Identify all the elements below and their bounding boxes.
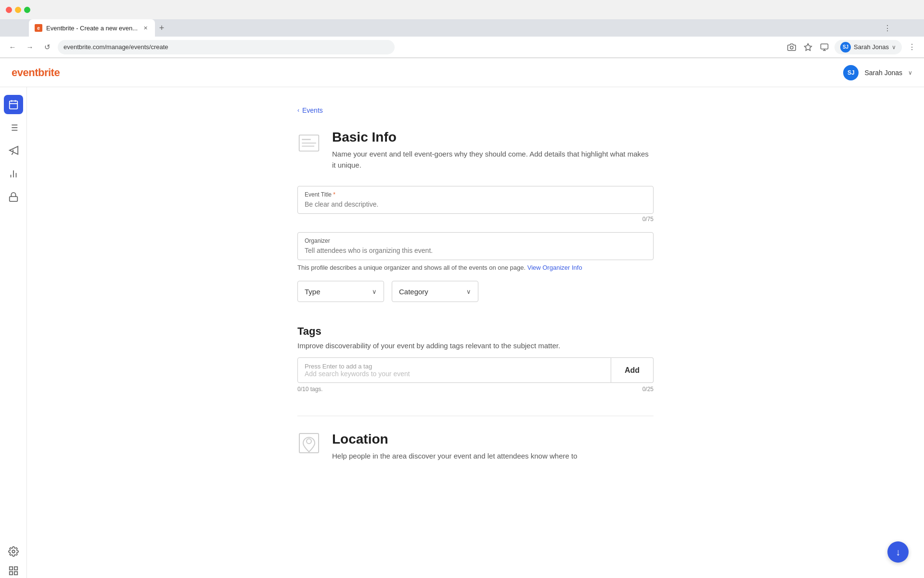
required-indicator: * xyxy=(332,191,335,198)
tags-section: Tags Improve discoverability of your eve… xyxy=(297,325,654,393)
tab-favicon: e xyxy=(35,24,42,32)
app-layout: ? ‹ Events xyxy=(0,87,924,578)
browser-nav: ← → ↺ eventbrite.com/manage/events/creat… xyxy=(0,37,924,58)
tags-title: Tags xyxy=(297,325,654,338)
user-name-label: Sarah Jonas xyxy=(854,43,889,51)
basic-info-title: Basic Info xyxy=(332,130,654,145)
location-icon xyxy=(297,432,321,455)
sidebar-item-apps[interactable] xyxy=(4,561,23,578)
tags-input-wrapper[interactable]: Press Enter to add a tag Add search keyw… xyxy=(297,357,611,383)
account-chevron-icon: ∨ xyxy=(892,44,896,51)
svg-rect-2 xyxy=(821,44,828,49)
browser-tabs: e Eventbrite - Create a new even... ✕ + … xyxy=(0,19,924,37)
organizer-label: Organizer xyxy=(305,237,646,244)
camera-icon[interactable] xyxy=(785,41,798,53)
star-icon[interactable] xyxy=(802,41,814,53)
svg-point-19 xyxy=(12,550,15,553)
header-user-avatar: SJ xyxy=(843,65,859,80)
user-account-button[interactable]: SJ Sarah Jonas ∨ xyxy=(834,40,902,54)
organizer-input[interactable] xyxy=(305,247,646,254)
svg-rect-5 xyxy=(9,101,17,109)
svg-rect-23 xyxy=(14,572,17,575)
header-right: SJ Sarah Jonas ∨ xyxy=(843,65,912,80)
location-description: Help people in the area discover your ev… xyxy=(332,451,578,462)
header-user-name: Sarah Jonas xyxy=(864,69,902,77)
browser-more-icon[interactable]: ⋮ xyxy=(906,41,918,53)
tags-placeholder-line1: Press Enter to add a tag xyxy=(305,363,604,370)
svg-rect-22 xyxy=(9,572,12,575)
minimize-window-button[interactable] xyxy=(15,7,21,13)
basic-info-icon xyxy=(297,130,321,153)
category-dropdown[interactable]: Category ∨ xyxy=(392,281,478,302)
eventbrite-logo: eventbrite xyxy=(12,66,60,79)
sidebar: ? xyxy=(0,87,27,578)
tags-input-row: Press Enter to add a tag Add search keyw… xyxy=(297,357,654,383)
add-tag-button[interactable]: Add xyxy=(611,357,654,383)
type-label: Type xyxy=(305,288,321,296)
tags-description: Improve discoverability of your event by… xyxy=(297,342,654,350)
type-dropdown[interactable]: Type ∨ xyxy=(297,281,384,302)
breadcrumb[interactable]: ‹ Events xyxy=(297,106,654,114)
tags-meta: 0/10 tags. 0/25 xyxy=(297,386,654,393)
traffic-lights xyxy=(6,7,30,13)
event-title-group: Event Title * 0/75 xyxy=(297,186,654,223)
sidebar-item-analytics[interactable] xyxy=(4,164,23,184)
tab-close-button[interactable]: ✕ xyxy=(141,24,149,32)
location-text: Location Help people in the area discove… xyxy=(332,432,578,462)
sidebar-bottom: ? xyxy=(4,542,23,578)
sidebar-item-megaphone[interactable] xyxy=(4,141,23,160)
sidebar-item-settings[interactable] xyxy=(4,542,23,561)
active-tab[interactable]: e Eventbrite - Create a new even... ✕ xyxy=(29,19,155,37)
main-content: ‹ Events Basic Info Name your event and … xyxy=(27,87,924,578)
organizer-group: Organizer This profile describes a uniqu… xyxy=(297,232,654,271)
app-header: eventbrite SJ Sarah Jonas ∨ xyxy=(0,58,924,87)
tags-char-count: 0/25 xyxy=(642,386,654,393)
breadcrumb-label: Events xyxy=(302,106,323,114)
user-avatar: SJ xyxy=(840,42,851,53)
section-divider xyxy=(297,416,654,416)
type-category-row: Type ∨ Category ∨ xyxy=(297,281,654,302)
browser-tab-icon[interactable] xyxy=(818,41,831,53)
event-title-char-count: 0/75 xyxy=(297,216,654,223)
svg-point-0 xyxy=(790,46,793,49)
nav-icons-right: SJ Sarah Jonas ∨ ⋮ xyxy=(785,40,918,54)
reload-button[interactable]: ↺ xyxy=(40,40,54,54)
svg-rect-21 xyxy=(14,567,17,570)
sidebar-item-calendar[interactable] xyxy=(4,95,23,114)
new-tab-button[interactable]: + xyxy=(155,21,168,35)
svg-marker-1 xyxy=(805,43,812,50)
scroll-to-bottom-button[interactable]: ↓ xyxy=(887,541,909,563)
location-section: Location Help people in the area discove… xyxy=(297,432,654,462)
event-title-label: Event Title * xyxy=(305,191,646,198)
header-user-chevron-icon[interactable]: ∨ xyxy=(908,69,912,76)
address-bar[interactable]: eventbrite.com/manage/events/create xyxy=(58,40,395,54)
svg-point-29 xyxy=(307,439,311,444)
maximize-window-button[interactable] xyxy=(24,7,30,13)
back-button[interactable]: ← xyxy=(6,40,19,54)
svg-rect-20 xyxy=(9,567,12,570)
tags-placeholder-line2: Add search keywords to your event xyxy=(305,370,604,378)
view-organizer-info-link[interactable]: View Organizer Info xyxy=(527,264,582,271)
type-chevron-icon: ∨ xyxy=(372,288,377,295)
location-title: Location xyxy=(332,432,578,447)
basic-info-header: Basic Info Name your event and tell even… xyxy=(297,130,654,171)
organizer-note: This profile describes a unique organize… xyxy=(297,264,654,271)
tab-title: Eventbrite - Create a new even... xyxy=(46,25,138,32)
breadcrumb-chevron-icon: ‹ xyxy=(297,107,299,114)
basic-info-text: Basic Info Name your event and tell even… xyxy=(332,130,654,171)
category-chevron-icon: ∨ xyxy=(466,288,471,295)
event-title-input[interactable] xyxy=(305,200,646,208)
close-window-button[interactable] xyxy=(6,7,12,13)
forward-button[interactable]: → xyxy=(23,40,37,54)
sidebar-item-list[interactable] xyxy=(4,118,23,137)
tags-count: 0/10 tags. xyxy=(297,386,323,393)
sidebar-item-finance[interactable] xyxy=(4,187,23,207)
basic-info-description: Name your event and tell event-goers why… xyxy=(332,149,654,171)
tabs-more-button[interactable]: ⋮ xyxy=(884,24,895,33)
category-label: Category xyxy=(399,288,428,296)
organizer-field: Organizer xyxy=(297,232,654,260)
event-title-field: Event Title * xyxy=(297,186,654,214)
svg-rect-18 xyxy=(9,197,17,201)
content-wrapper: ‹ Events Basic Info Name your event and … xyxy=(288,87,663,500)
